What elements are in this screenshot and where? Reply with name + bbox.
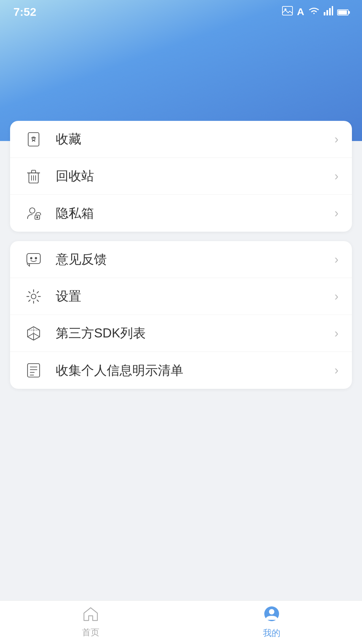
card-group-2: 意见反馈 › 设置 › <box>10 241 352 389</box>
cube-icon <box>24 323 44 343</box>
recycle-label: 回收站 <box>56 168 334 185</box>
menu-item-private[interactable]: 隐私箱 › <box>10 195 352 232</box>
home-nav-icon <box>83 606 99 625</box>
feedback-label: 意见反馈 <box>56 251 334 268</box>
mine-nav-label: 我的 <box>263 627 280 639</box>
signal-icon <box>324 6 333 18</box>
settings-chevron: › <box>334 289 338 304</box>
bottom-nav: 首页 我的 <box>0 600 362 644</box>
image-icon <box>282 6 293 18</box>
a-icon: A <box>297 6 304 17</box>
privacy-chevron: › <box>334 363 338 377</box>
svg-point-51 <box>269 609 274 614</box>
svg-rect-30 <box>28 133 39 146</box>
svg-point-44 <box>31 294 36 299</box>
card-group-1: 收藏 › 回收站 › <box>10 121 352 232</box>
svg-rect-4 <box>329 8 331 15</box>
wifi-icon <box>308 6 320 18</box>
recycle-chevron: › <box>334 169 338 183</box>
svg-point-40 <box>37 217 38 218</box>
home-nav-label: 首页 <box>82 627 99 638</box>
status-bar: 7:52 A <box>0 0 362 24</box>
message-smile-icon <box>24 249 44 270</box>
svg-point-43 <box>35 257 37 259</box>
privacy-label: 收集个人信息明示清单 <box>56 362 334 379</box>
sdk-label: 第三方SDK列表 <box>56 325 334 342</box>
battery-icon <box>337 6 349 17</box>
feedback-chevron: › <box>334 252 338 267</box>
menu-item-privacy[interactable]: 收集个人信息明示清单 › <box>10 352 352 389</box>
private-chevron: › <box>334 206 338 220</box>
svg-rect-3 <box>326 10 328 15</box>
svg-point-42 <box>31 257 32 259</box>
bookmark-icon <box>24 129 44 149</box>
menu-item-favorites[interactable]: 收藏 › <box>10 121 352 158</box>
svg-rect-41 <box>27 254 40 264</box>
menu-item-feedback[interactable]: 意见反馈 › <box>10 241 352 278</box>
private-label: 隐私箱 <box>56 205 334 222</box>
svg-rect-5 <box>332 6 333 15</box>
settings-label: 设置 <box>56 288 334 305</box>
person-lock-icon <box>24 203 44 223</box>
list-icon <box>24 360 44 380</box>
svg-rect-2 <box>324 12 325 15</box>
nav-item-mine[interactable]: 我的 <box>181 606 362 639</box>
main-content: 收藏 › 回收站 › <box>0 121 362 600</box>
menu-item-recycle[interactable]: 回收站 › <box>10 158 352 195</box>
status-time: 7:52 <box>13 5 36 18</box>
sdk-chevron: › <box>334 326 338 340</box>
trash-icon <box>24 166 44 186</box>
mine-nav-icon <box>264 606 280 625</box>
menu-item-sdk[interactable]: 第三方SDK列表 › <box>10 315 352 352</box>
svg-point-38 <box>30 208 35 213</box>
favorites-label: 收藏 <box>56 131 334 148</box>
favorites-chevron: › <box>334 132 338 146</box>
status-icons: A <box>282 6 349 18</box>
svg-rect-0 <box>282 6 292 15</box>
gear-icon <box>24 286 44 307</box>
nav-item-home[interactable]: 首页 <box>0 606 181 638</box>
menu-item-settings[interactable]: 设置 › <box>10 278 352 315</box>
